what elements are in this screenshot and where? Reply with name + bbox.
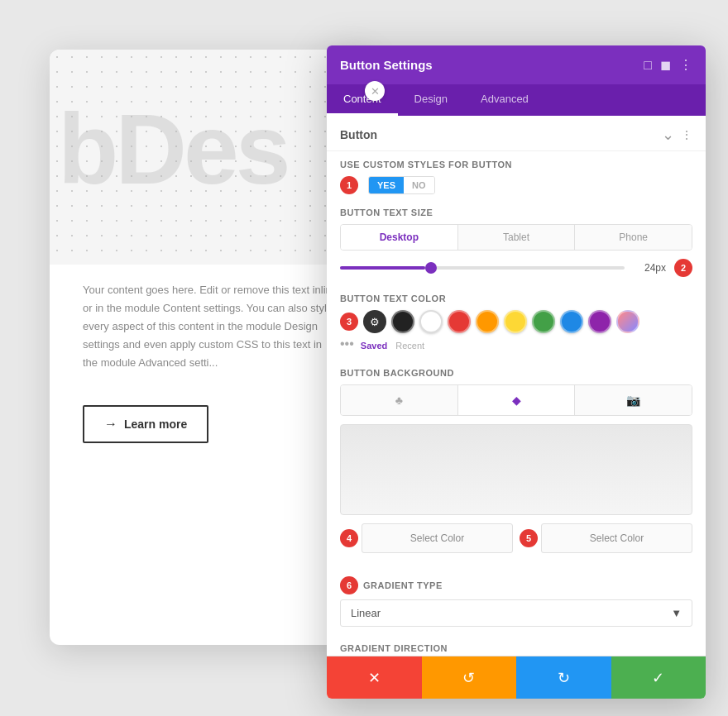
preview-button[interactable]: → Learn more: [83, 405, 208, 443]
select-color-row: 4 Select Color 5 Select Color: [340, 523, 692, 553]
bg-tab-image[interactable]: 📷: [575, 385, 692, 415]
color-swatch-white[interactable]: [419, 310, 443, 333]
text-size-slider-track[interactable]: [340, 266, 625, 270]
text-size-label: Button Text Size: [340, 208, 692, 217]
toggle-yes-no[interactable]: YES NO: [368, 176, 435, 194]
dotted-bg: bDes: [50, 50, 372, 265]
panel-header-icons: □ ◼ ⋮: [644, 57, 692, 73]
layout-icon[interactable]: ◼: [660, 57, 671, 73]
color-dots[interactable]: •••: [340, 337, 354, 351]
section-header: Button ⌄ ⋮: [327, 116, 706, 151]
bg-field: Button Background ♣ ◆ 📷 4 Select Color: [327, 360, 706, 568]
panel-title: Button Settings: [340, 58, 433, 72]
undo-button[interactable]: ↺: [422, 656, 517, 699]
color-swatch-purple[interactable]: [588, 310, 611, 333]
bg-type-tabs: ♣ ◆ 📷: [340, 384, 692, 416]
color-swatch-orange[interactable]: [476, 310, 499, 333]
color-swatch-yellow[interactable]: [504, 310, 527, 333]
select-color-btn-1[interactable]: Select Color: [362, 523, 513, 553]
badge-2: 2: [674, 259, 692, 277]
preview-big-text: bDes: [58, 99, 287, 198]
image-icon: 📷: [626, 394, 640, 407]
device-tab-tablet[interactable]: Tablet: [458, 225, 576, 250]
device-tabs: Desktop Tablet Phone: [340, 224, 692, 251]
color-swatch-red[interactable]: [448, 310, 471, 333]
color-swatch-blue[interactable]: [560, 310, 583, 333]
device-tab-phone[interactable]: Phone: [575, 225, 692, 250]
badge-1: 1: [340, 176, 358, 194]
gradient-type-field: 6 Gradient Type Linear ▼: [327, 568, 706, 635]
text-color-field: Button Text Color 3 ⚙ ••• Saved Rece: [327, 285, 706, 360]
eyedropper-icon[interactable]: ⚙: [363, 310, 386, 333]
gradient-type-label: Gradient Type: [363, 580, 443, 590]
color-swatch-green[interactable]: [532, 310, 555, 333]
custom-styles-field: Use Custom Styles For Button 1 YES NO: [327, 151, 706, 199]
color-tab-saved[interactable]: Saved: [361, 341, 387, 351]
device-tab-desktop[interactable]: Desktop: [341, 225, 458, 250]
preview-content: Your content goes here. Edit or remove t…: [83, 281, 339, 443]
tab-content[interactable]: Content: [327, 84, 398, 116]
section-more-icon[interactable]: ⋮: [681, 128, 692, 141]
save-button[interactable]: ✓: [611, 656, 706, 699]
chevron-down-icon: ▼: [671, 607, 682, 619]
gradient-direction-field: Gradient Direction 270deg 7: [327, 635, 706, 656]
section-title: Button: [340, 128, 377, 141]
panel-header: Button Settings □ ◼ ⋮: [327, 45, 706, 84]
badge-3: 3: [340, 313, 358, 331]
bg-tab-color[interactable]: ♣: [341, 385, 458, 415]
custom-styles-label: Use Custom Styles For Button: [340, 160, 692, 169]
section-collapse-icon[interactable]: ⌄: [662, 126, 674, 144]
color-swatch-black[interactable]: [391, 310, 414, 333]
color-bucket-icon: ♣: [395, 394, 403, 407]
bg-label: Button Background: [340, 368, 692, 378]
color-tabs: Saved Recent: [361, 341, 424, 351]
panel-body: Button ⌄ ⋮ Use Custom Styles For Button …: [327, 116, 706, 656]
redo-button[interactable]: ↻: [516, 656, 611, 699]
badge-6: 6: [340, 576, 358, 594]
gradient-type-value: Linear: [351, 607, 381, 619]
preview-body-text: Your content goes here. Edit or remove t…: [83, 281, 339, 372]
select-color-btn-2[interactable]: Select Color: [541, 523, 692, 553]
toggle-no[interactable]: NO: [404, 177, 434, 193]
gradient-direction-label: Gradient Direction: [340, 643, 692, 653]
text-size-slider-thumb[interactable]: [425, 262, 437, 274]
gradient-type-select[interactable]: Linear ▼: [340, 599, 692, 627]
text-size-slider-row: 24px 2: [340, 259, 692, 277]
preview-button-label: Learn more: [124, 418, 187, 431]
tab-advanced[interactable]: Advanced: [464, 84, 545, 116]
panel-footer: ✕ ↺ ↻ ✓: [327, 656, 706, 699]
badge-4: 4: [340, 529, 358, 547]
gradient-preview: [340, 424, 692, 515]
minimize-icon[interactable]: □: [644, 58, 652, 73]
cancel-button[interactable]: ✕: [327, 656, 422, 699]
toggle-yes[interactable]: YES: [369, 177, 404, 193]
color-swatch-gradient[interactable]: [616, 310, 639, 333]
color-tab-recent[interactable]: Recent: [395, 341, 424, 351]
preview-card: bDes Your content goes here. Edit or rem…: [50, 50, 372, 645]
bg-tab-gradient[interactable]: ◆: [458, 385, 576, 415]
arrow-icon: →: [104, 417, 117, 432]
gradient-icon: ◆: [512, 394, 521, 407]
toggle-row: 1 YES NO: [340, 176, 692, 194]
more-icon[interactable]: ⋮: [679, 57, 692, 73]
text-size-value: 24px: [633, 262, 666, 274]
badge-5: 5: [520, 529, 538, 547]
settings-panel: Button Settings □ ◼ ⋮ Content Design Adv…: [327, 45, 706, 699]
text-color-label: Button Text Color: [340, 294, 692, 303]
text-size-field: Button Text Size Desktop Tablet Phone 24…: [327, 199, 706, 285]
tab-design[interactable]: Design: [398, 84, 464, 116]
panel-close-outer[interactable]: ✕: [365, 81, 385, 101]
